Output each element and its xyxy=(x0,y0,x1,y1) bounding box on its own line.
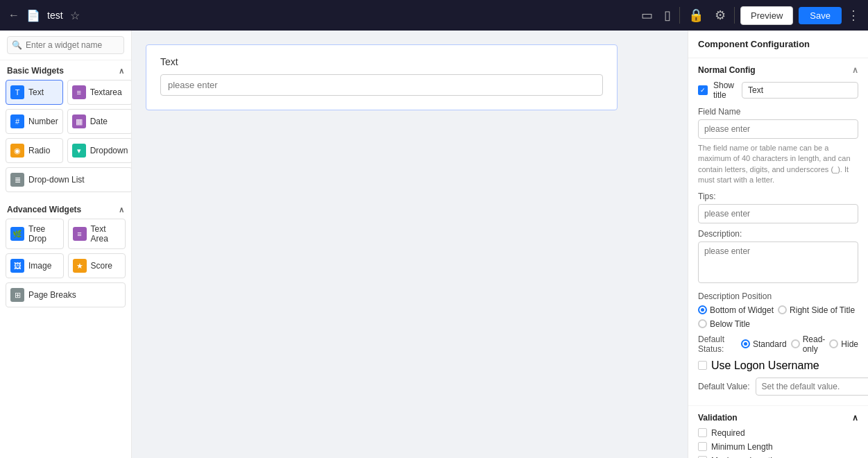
radio-hide-dot xyxy=(829,339,838,348)
widget-tree-drop[interactable]: 🌿 Tree Drop xyxy=(6,219,64,249)
radio-readonly-dot xyxy=(791,339,800,348)
widget-tree-drop-icon: 🌿 xyxy=(10,227,24,241)
validation-collapse[interactable]: ∧ xyxy=(852,413,858,423)
validation-section: Validation ∧ Required Minimum Length Max… xyxy=(688,406,868,458)
right-panel: Component Configuration Normal Config ∧ … xyxy=(688,31,868,458)
widget-tree-drop-label: Tree Drop xyxy=(28,224,59,244)
widget-score[interactable]: ★ Score xyxy=(68,253,126,278)
panel-header: Component Configuration xyxy=(688,31,868,58)
widget-page-breaks[interactable]: ⊞ Page Breaks xyxy=(6,282,126,307)
default-value-input[interactable] xyxy=(756,378,869,396)
advanced-collapse-icon[interactable]: ∧ xyxy=(119,205,124,214)
normal-config-label: Normal Config ∧ xyxy=(698,65,858,75)
show-title-label: Show title xyxy=(713,80,736,100)
widget-number-label: Number xyxy=(28,117,58,126)
description-textarea[interactable] xyxy=(698,241,858,283)
tips-input[interactable] xyxy=(698,204,858,223)
basic-widgets-header: Basic Widgets ∧ xyxy=(0,60,131,80)
use-logon-label: Use Logon Username xyxy=(711,359,819,372)
show-title-row: ✓ Show title xyxy=(698,80,858,100)
radio-hide[interactable]: Hide xyxy=(829,339,858,349)
radio-readonly[interactable]: Read-only xyxy=(791,334,826,354)
form-text-input[interactable] xyxy=(160,74,603,96)
validation-header: Validation ∧ xyxy=(698,413,858,423)
basic-section-label: Basic Widgets xyxy=(7,66,64,76)
settings-icon[interactable]: ⚙ xyxy=(712,5,729,26)
widget-text-icon: T xyxy=(10,85,24,99)
widget-date[interactable]: ▦ Date xyxy=(67,109,132,134)
radio-standard-dot xyxy=(741,339,750,348)
search-input[interactable] xyxy=(7,36,124,54)
radio-bottom-widget[interactable]: Bottom of Widget xyxy=(698,305,774,315)
more-icon[interactable]: ⋮ xyxy=(847,8,860,23)
widget-date-label: Date xyxy=(90,117,108,126)
search-icon: 🔍 xyxy=(12,40,22,50)
panel-title: Component Configuration xyxy=(698,39,810,49)
widget-text-label: Text xyxy=(28,87,44,97)
widget-textarea-icon: ≡ xyxy=(72,85,86,99)
basic-widgets-grid: T Text ≡ Textarea # Number ▦ Date ◉ Radi… xyxy=(0,80,131,199)
preview-button[interactable]: Preview xyxy=(740,6,793,25)
widget-text[interactable]: T Text xyxy=(6,80,63,105)
divider-1 xyxy=(679,7,680,24)
widget-dropdown[interactable]: ▾ Dropdown xyxy=(67,138,132,163)
widget-image[interactable]: 🖼 Image xyxy=(6,253,64,278)
radio-below-title-dot xyxy=(698,319,707,328)
validation-max-length[interactable]: Maximum Length xyxy=(698,456,858,458)
normal-config-collapse[interactable]: ∧ xyxy=(852,65,858,75)
canvas-area[interactable]: Text xyxy=(132,31,688,458)
desktop-icon[interactable]: ▭ xyxy=(638,5,656,26)
save-button[interactable]: Save xyxy=(799,7,842,24)
min-length-checkbox[interactable] xyxy=(698,442,707,451)
advanced-section-label: Advanced Widgets xyxy=(7,205,81,214)
widget-dropdown-list[interactable]: ≣ Drop-down List xyxy=(6,167,132,192)
validation-min-length[interactable]: Minimum Length xyxy=(698,442,858,452)
radio-bottom-widget-dot xyxy=(698,305,707,314)
validation-required[interactable]: Required xyxy=(698,428,858,438)
use-logon-checkbox[interactable] xyxy=(698,361,707,370)
basic-collapse-icon[interactable]: ∧ xyxy=(119,67,124,76)
widget-text-area-icon: ≡ xyxy=(73,227,87,241)
use-logon-row: Use Logon Username xyxy=(698,359,858,372)
desc-position-label: Description Position xyxy=(698,291,858,301)
widget-score-icon: ★ xyxy=(73,259,87,273)
form-card-title: Text xyxy=(160,56,603,67)
widget-text-area-label: Text Area xyxy=(91,224,121,244)
radio-right-title-dot xyxy=(778,305,787,314)
radio-right-title[interactable]: Right Side of Title xyxy=(778,305,855,315)
widget-number[interactable]: # Number xyxy=(6,109,63,134)
advanced-widgets-header: Advanced Widgets ∧ xyxy=(0,199,131,219)
star-icon[interactable]: ☆ xyxy=(70,9,80,22)
widget-textarea[interactable]: ≡ Textarea xyxy=(67,80,132,105)
widget-page-breaks-icon: ⊞ xyxy=(10,288,24,302)
radio-below-title[interactable]: Below Title xyxy=(698,319,750,329)
widget-image-label: Image xyxy=(28,261,51,271)
back-icon[interactable]: ← xyxy=(8,9,19,22)
widget-page-breaks-label: Page Breaks xyxy=(28,290,76,300)
radio-standard[interactable]: Standard xyxy=(741,339,787,349)
doc-icon: 📄 xyxy=(26,9,40,22)
tablet-icon[interactable]: ▯ xyxy=(661,5,674,26)
widget-text-area[interactable]: ≡ Text Area xyxy=(68,219,126,249)
normal-config-section: Normal Config ∧ ✓ Show title Field Name … xyxy=(688,58,868,406)
widget-textarea-label: Textarea xyxy=(90,87,122,97)
show-title-input[interactable] xyxy=(742,82,858,99)
widget-dropdown-label: Dropdown xyxy=(90,146,128,155)
form-card[interactable]: Text xyxy=(146,44,618,110)
widget-radio-icon: ◉ xyxy=(10,144,24,158)
widget-dropdown-list-icon: ≣ xyxy=(10,173,24,187)
widget-dropdown-list-label: Drop-down List xyxy=(28,175,85,185)
lock-icon[interactable]: 🔒 xyxy=(686,5,706,26)
field-name-input[interactable] xyxy=(698,119,858,139)
field-hint: The field name or table name can be a ma… xyxy=(698,143,858,186)
required-checkbox[interactable] xyxy=(698,428,707,437)
widget-score-label: Score xyxy=(91,261,112,271)
default-value-row: Default Value: xyxy=(698,378,858,396)
widget-dropdown-icon: ▾ xyxy=(72,144,86,158)
description-label: Description: xyxy=(698,229,858,239)
show-title-checkbox[interactable]: ✓ xyxy=(698,85,708,95)
widget-radio[interactable]: ◉ Radio xyxy=(6,138,63,163)
widget-number-icon: # xyxy=(10,114,24,128)
desc-position-group: Bottom of Widget Right Side of Title Bel… xyxy=(698,305,858,329)
default-status-row: Default Status: Standard Read-only Hide xyxy=(698,334,858,354)
